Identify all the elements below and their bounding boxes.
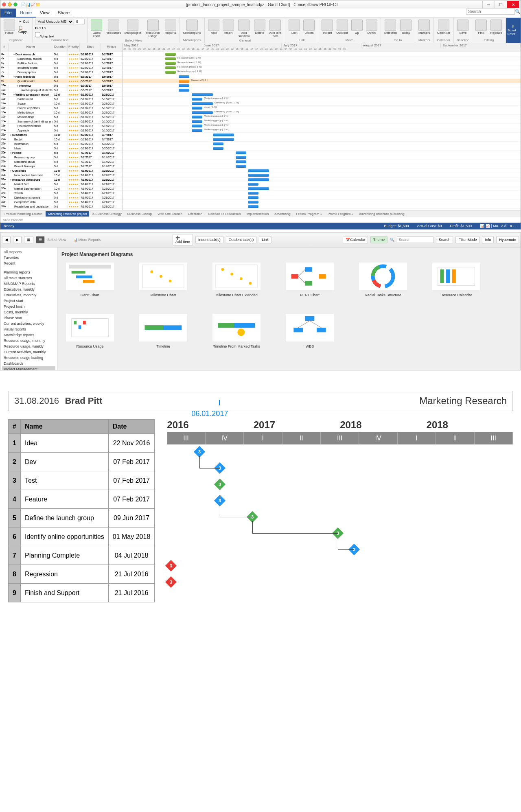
sidebar-item[interactable]: Current activities, monthly	[2, 349, 55, 355]
link-button[interactable]: Link	[288, 19, 301, 35]
insert-button[interactable]: Insert	[222, 19, 235, 35]
task-row[interactable]: 27▸Marketing group5 d★★★★★7/7/20177/14/2…	[0, 160, 122, 164]
task-row[interactable]: 17▸Main findings5 d★★★★★6/12/20176/16/20…	[0, 115, 122, 119]
sheet-tab[interactable]: Promo Program 1	[294, 211, 324, 217]
task-row[interactable]: 28▸Project Manager5 d★★★★★7/7/20177/14/2…	[0, 164, 122, 169]
calendar-btn[interactable]: 📅Calendar	[343, 236, 368, 243]
font-select[interactable]: Arial Unicode MS	[35, 19, 74, 24]
reports-button[interactable]: Reports	[164, 19, 177, 35]
cut-button[interactable]: ✂ Cut	[18, 19, 30, 24]
task-row[interactable]: 20▸Appendix5 d★★★★★6/12/20176/16/2017	[0, 128, 122, 133]
sheet-tab[interactable]: Release To Production	[206, 211, 243, 217]
microreports-button[interactable]: Microreports	[182, 19, 202, 35]
sidebar-item[interactable]: Project finish	[2, 304, 55, 309]
sidebar-item[interactable]: Project Management Diagrams	[2, 366, 55, 370]
diagram-thumb[interactable]: PERT Chart	[281, 262, 338, 297]
back-button[interactable]: ◀	[2, 236, 11, 243]
diagram-thumb[interactable]: Timeline	[135, 313, 192, 348]
gantt-view-button[interactable]: Gantt chart	[90, 19, 103, 39]
win-window-controls[interactable]: ─☐✕	[482, 1, 519, 8]
task-row[interactable]: 37▸Regulations and Legislation5 d★★★★★7/…	[0, 204, 122, 209]
replace-button[interactable]: Replace	[489, 19, 503, 35]
task-row[interactable]: 10▸▾Interview5 d★★★★★6/5/20176/9/2017	[0, 83, 122, 88]
today-button[interactable]: Today	[399, 19, 412, 35]
filter-btn[interactable]: Filter Mode	[455, 236, 479, 243]
sidebar-item[interactable]: Planning reports	[2, 269, 55, 275]
sidebar-item[interactable]: Knowledge reports	[2, 332, 55, 338]
indent-button[interactable]: Indent	[321, 19, 334, 35]
task-row[interactable]: 25▸▾People5 d★★★★★7/7/20177/14/2017	[0, 151, 122, 155]
gantt-timeline[interactable]: May 2017June 2017July 2017August 2017Sep…	[123, 43, 521, 210]
hypernote-btn[interactable]: Hypernote	[496, 236, 519, 243]
sidebar-item[interactable]: Project start	[2, 298, 55, 304]
diagram-thumb[interactable]: Milestone Chart Extended	[208, 262, 265, 297]
sheet-tab[interactable]: e-Business Strategy	[90, 211, 124, 217]
add-textbox-button[interactable]: Add text box	[268, 19, 283, 39]
resource-usage-button[interactable]: Resource usage	[144, 19, 162, 39]
task-row[interactable]: 26▸Research group5 d★★★★★7/7/20177/14/20…	[0, 155, 122, 160]
sidebar-item[interactable]: Favorites	[2, 255, 55, 260]
font-size[interactable]	[75, 19, 85, 24]
paste-button[interactable]: Paste	[3, 19, 16, 35]
task-row[interactable]: 24▸Ideas5 d★★★★★6/23/20176/30/2017	[0, 146, 122, 151]
task-row[interactable]: 32▸Market Size5 d★★★★★7/14/20177/21/2017	[0, 182, 122, 186]
sidebar-item[interactable]: Current activities, weekly	[2, 321, 55, 326]
task-row[interactable]: 3▸▾Desk research5 d★★★★★5/29/20176/2/201…	[0, 52, 122, 57]
outdent-task-button[interactable]: Outdent task(s)	[226, 236, 257, 243]
view-grid[interactable]: ▦	[24, 236, 33, 243]
sidebar-item[interactable]: Dashboards	[2, 361, 55, 366]
copy-button[interactable]: 📋 Copy	[18, 25, 30, 35]
selected-button[interactable]: Selected	[383, 19, 398, 35]
task-row[interactable]: 16▸Methodology10 d★★★★★6/12/20176/23/201…	[0, 110, 122, 115]
diagram-thumb[interactable]: WBS	[281, 313, 338, 348]
col-finish[interactable]: Finish	[101, 43, 122, 52]
sheet-tab[interactable]: Product Marketing Launch	[2, 211, 45, 217]
diagram-thumb[interactable]: Timeline From Marked Tasks	[208, 313, 265, 348]
task-row[interactable]: 12▸▾Writing a research report10 d★★★★★6/…	[0, 92, 122, 97]
sidebar-item[interactable]: Recent	[2, 260, 55, 266]
sheet-tab[interactable]: Web Site Launch	[155, 211, 185, 217]
col-num[interactable]: #	[0, 43, 9, 52]
sidebar-item[interactable]: Executives, monthly	[2, 292, 55, 298]
sheet-tab[interactable]: Execution	[186, 211, 205, 217]
col-name[interactable]: Name	[9, 43, 53, 52]
status-zoom[interactable]: 📊 📈 | Mo - 3 d ─●──	[480, 224, 517, 228]
task-row[interactable]: 31▸▾Research Objectives10 d★★★★★7/14/201…	[0, 177, 122, 182]
sidebar-item[interactable]: Resource usage, monthly	[2, 338, 55, 344]
task-row[interactable]: 34▸Trends5 d★★★★★7/14/20177/21/2017	[0, 191, 122, 195]
sidebar-item[interactable]: All tasks statuses	[2, 275, 55, 281]
sidebar-item[interactable]: Phase start	[2, 315, 55, 321]
markers-button[interactable]: Markers	[418, 19, 431, 35]
task-row[interactable]: 11▸involve group of students5 d★★★★★6/5/…	[0, 88, 122, 92]
task-row[interactable]: 15▸Project objectives5 d★★★★★6/12/20176/…	[0, 106, 122, 110]
sidebar-item[interactable]: Costs, monthly	[2, 309, 55, 315]
unlink-button[interactable]: Unlink	[302, 19, 315, 35]
sheet-tab[interactable]: Promo Program 2	[325, 211, 356, 217]
sidebar-item[interactable]: Visual reports	[2, 326, 55, 332]
search-btn[interactable]: Search	[436, 236, 453, 243]
report-search[interactable]	[397, 236, 433, 243]
add-subitem-button[interactable]: Add subitem	[236, 19, 252, 39]
task-row[interactable]: 13▸Background5 d★★★★★6/12/20176/16/2017	[0, 97, 122, 101]
diagram-thumb[interactable]: Resource Usage	[61, 313, 118, 348]
sheet-tab[interactable]: Advertizing	[272, 211, 293, 217]
sheet-tab[interactable]: Marketing research project	[46, 211, 89, 217]
diagram-thumb[interactable]: Milestone Chart	[135, 262, 192, 297]
sheet-tab[interactable]: Advertizing brochure publishing	[357, 211, 407, 217]
resources-button[interactable]: Resources	[105, 19, 122, 35]
info-btn[interactable]: Info	[482, 236, 494, 243]
diagram-thumb[interactable]: Resource Calendar	[428, 262, 485, 297]
sidebar-item[interactable]: Executives, weekly	[2, 287, 55, 292]
task-row[interactable]: 30▸New product launched10 d★★★★★7/14/201…	[0, 173, 122, 177]
task-row[interactable]: 5▸Political factors5 d★★★★★5/29/20176/2/…	[0, 61, 122, 66]
find-button[interactable]: Find	[475, 19, 488, 35]
up-button[interactable]: Up	[350, 19, 363, 35]
outdent-button[interactable]: Outdent	[335, 19, 348, 35]
task-row[interactable]: 8▸▾Field research5 d★★★★★6/5/20176/9/201…	[0, 74, 122, 79]
task-row[interactable]: 35▸Distribution structure5 d★★★★★7/14/20…	[0, 195, 122, 200]
task-row[interactable]: 14▸Scope10 d★★★★★6/12/20176/23/2017	[0, 101, 122, 106]
task-row[interactable]: 18▸Summary of the findings and5 d★★★★★6/…	[0, 119, 122, 124]
diagram-thumb[interactable]: Radial Tasks Structure	[355, 262, 412, 297]
menu-view[interactable]: View	[36, 9, 54, 18]
task-row[interactable]: 21▸▾Resources10 d★★★★★6/23/20177/7/2017	[0, 133, 122, 137]
